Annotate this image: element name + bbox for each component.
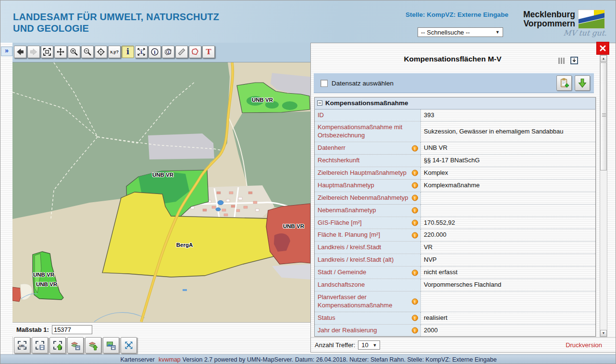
save-layers-icon [70,340,81,351]
scale-bar: Maßstab 1: [12,322,310,337]
field-row: Landkreis / kreisf.StadtVR [315,242,596,254]
export-download-button[interactable] [575,75,590,91]
map-feature-label: UNB VR [36,281,57,287]
draw-polygon-button[interactable] [189,46,201,58]
save-extent-button[interactable] [32,337,48,353]
save-image-button[interactable] [103,337,119,353]
forward-button[interactable] [27,46,40,58]
field-row: Hauptmaßnahmetyp!Komplexmaßnahme [315,179,596,192]
warning-icon[interactable]: ! [412,328,418,334]
field-row: Fläche lt. Planung [m²]!220.000 [315,229,596,242]
panel-title: Kompensationsflächen M-V [311,55,594,63]
field-value [421,291,596,312]
warning-icon[interactable]: ! [412,207,418,214]
hits-count-select[interactable]: 10 ▼ [358,340,380,350]
forward-arrow-icon [31,49,37,55]
warning-icon[interactable]: ! [412,170,418,176]
field-label: Stadt / Gemeinde [318,268,366,276]
field-label: Landkreis / kreisf.Stadt [318,243,381,251]
map-bottom-toolbar: URL [12,336,310,354]
svg-text:i: i [140,49,142,55]
measure-button[interactable] [175,46,188,58]
scroll-up-button[interactable]: ▲ [600,55,607,62]
sidebar-expand-button[interactable]: » [1,47,12,56]
logo-text: Mecklenburg Vorpommern [495,10,575,28]
warning-icon[interactable]: ! [412,315,418,321]
info-icon: i [126,48,129,56]
warning-icon[interactable]: ! [412,182,418,189]
warning-icon[interactable]: ! [412,269,418,276]
copy-record-button[interactable] [556,75,572,91]
add-text-button[interactable]: T [202,46,215,58]
warning-icon[interactable]: ! [412,145,418,151]
print-version-link[interactable]: Druckversion [566,341,602,349]
collapse-section-icon[interactable] [317,100,322,106]
expand-arrows-icon [123,340,134,351]
close-panel-button[interactable] [596,42,609,55]
field-value: 220.000 [421,229,596,242]
scroll-down-button[interactable]: ▼ [600,330,607,337]
warning-icon[interactable]: ! [412,232,418,238]
field-label: Rechtsherkunft [318,157,359,164]
layout-columns-icon[interactable] [558,58,565,64]
quick-search-value: -- Schnellsuche -- [421,29,470,36]
ruler-icon [177,48,186,56]
field-row: Status!realisiert [315,312,596,324]
info-button[interactable]: i [122,46,134,58]
select-record-checkbox[interactable] [320,80,328,87]
xy-query-button[interactable]: x,y? [108,46,121,58]
zoom-in-button[interactable] [68,46,80,58]
info-area-button[interactable]: i [162,46,174,58]
max-extent-button[interactable] [121,337,137,353]
field-row: Zielbereich Hauptmaßnahmetyp!Komplex [315,167,596,180]
agency-title: LANDESAMT FÜR UMWELT, NATURSCHUTZ UND GE… [13,11,219,34]
field-value: VR [421,242,596,254]
recenter-button[interactable] [95,46,107,58]
back-button[interactable] [14,46,26,58]
scrollbar-grip-icon [602,113,606,117]
field-row: Rechtsherkunft§§ 14-17 BNatSchG [315,155,596,167]
share-url-button[interactable]: URL [14,337,30,353]
warning-icon[interactable]: ! [412,298,418,304]
field-value: Komplexmaßnahme [421,179,596,192]
field-label: Fläche lt. Planung [m²] [318,231,380,238]
load-layers-button[interactable] [85,337,101,353]
field-row: Planverfasser der Kompensationsmaßnahme! [315,291,596,312]
scale-input[interactable] [52,325,92,334]
info-expand-button[interactable]: i [135,46,148,58]
map-feature-label: UNB VR [252,97,273,103]
save-extent-icon [35,340,45,351]
main-area: » [0,43,616,354]
field-value: 2000 [421,324,596,337]
field-value: nicht erfasst [421,267,596,279]
chevron-down-icon: ▼ [372,343,377,348]
quick-search-select[interactable]: -- Schnellsuche -- ▼ [418,27,503,37]
load-extent-button[interactable] [49,337,66,353]
field-label: Kompensationsmaßnahme mit Ortsbezeichnun… [318,123,402,139]
pan-icon [56,48,65,56]
map-canvas[interactable]: UNB VRUNB VRUNB VRBergAUNB VRUNB VR [12,62,310,323]
footer-prefix: Kartenserver [120,356,155,363]
hits-count-value: 10 [361,341,368,349]
warning-icon[interactable]: ! [412,220,418,226]
map-feature-label: UNB VR [283,223,304,229]
full-extent-button[interactable] [41,46,53,58]
field-value: UNB VR [421,142,596,155]
back-arrow-icon [17,49,24,55]
dock-panel-icon[interactable] [570,57,578,64]
save-image-icon [106,340,116,351]
panel-scrollbar[interactable]: ▲ ▼ [600,55,607,337]
select-record-label: Datensatz auswählen [332,80,394,87]
info-circle-button[interactable]: i [148,46,161,58]
save-layers-button[interactable] [67,337,84,353]
field-row: Jahr der Realisierung!2000 [315,324,596,337]
pan-button[interactable] [54,46,67,58]
scrollbar-thumb[interactable] [600,62,607,170]
download-arrow-icon [577,77,588,89]
field-value [421,192,596,204]
field-row: LandschaftszoneVorpommersches Flachland [315,279,596,291]
warning-icon[interactable]: ! [412,195,418,201]
attribute-panel: Kompensationsflächen M-V Datensatz auswä… [310,43,616,352]
field-value: Vorpommersches Flachland [421,279,596,291]
zoom-out-button[interactable] [81,46,94,58]
